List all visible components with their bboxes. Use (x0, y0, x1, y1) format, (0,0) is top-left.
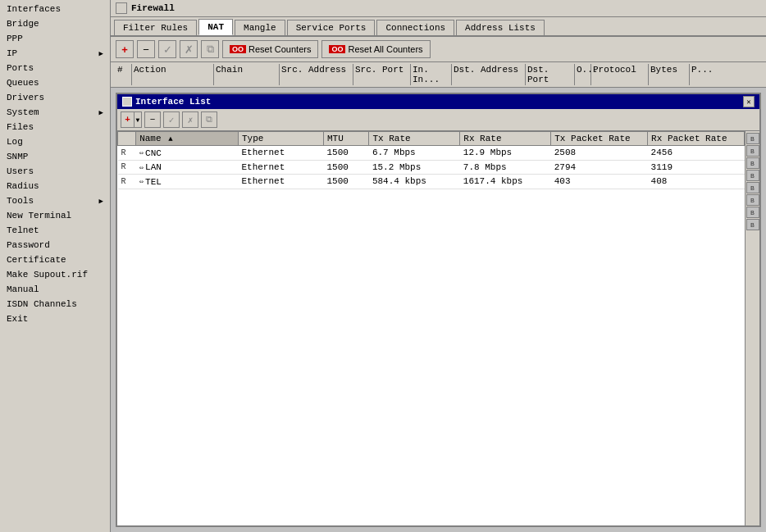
sidebar-label: IP (7, 48, 17, 58)
add-rule-button[interactable]: + (116, 40, 134, 58)
th-type[interactable]: Type (238, 132, 323, 146)
col-in-header: In. In... (411, 64, 452, 85)
col-dstaddr-header: Dst. Address (452, 64, 526, 85)
sidebar-item-ppp[interactable]: PPP (0, 31, 110, 46)
row-mtu: 1500 (323, 175, 368, 189)
sidebar-item-interfaces[interactable]: Interfaces (0, 2, 110, 16)
disable-rule-button[interactable]: ✗ (180, 40, 198, 58)
row-name: ⇔ TEL (136, 175, 239, 189)
sidebar-item-radius[interactable]: Radius (0, 179, 110, 193)
sidebar-item-certificate[interactable]: Certificate (0, 252, 110, 267)
table-row[interactable]: R ⇔ LAN Ethernet 1500 15.2 Mbps 7.8 Mbps… (118, 160, 745, 175)
row-flag: R (118, 146, 136, 161)
remove-interface-button[interactable]: − (144, 111, 161, 128)
sidebar-item-snmp[interactable]: SNMP (0, 149, 110, 164)
copy-interface-button[interactable]: ⧉ (201, 111, 217, 128)
reset-counters-label: Reset Counters (248, 44, 311, 54)
tab-service-ports[interactable]: Service Ports (287, 20, 376, 35)
row-rxrate: 7.8 Mbps (460, 160, 551, 175)
sidebar-label: Users (7, 166, 34, 176)
sidebar-label: Interfaces (7, 4, 61, 14)
table-row[interactable]: R ⇔ CNC Ethernet 1500 6.7 Mbps 12.9 Mbps… (118, 146, 745, 161)
sidebar-label: SNMP (7, 152, 28, 161)
sidebar-label: Telnet (7, 225, 39, 235)
reset-all-counters-label: Reset All Counters (348, 44, 422, 54)
tab-mangle[interactable]: Mangle (235, 20, 285, 35)
sidebar-item-exit[interactable]: Exit (0, 311, 110, 326)
interface-table-scroll: Name ▲ Type MTU Tx Rate Rx Rate Tx Packe… (117, 131, 745, 525)
right-panel-item-6[interactable]: B (746, 207, 759, 218)
col-chain-header: Chain (214, 64, 280, 85)
right-panel-item-1[interactable]: B (746, 145, 759, 157)
reset-counters-button[interactable]: OO Reset Counters (222, 40, 318, 58)
sidebar-item-new-terminal[interactable]: New Terminal (0, 208, 110, 223)
add-interface-button[interactable]: + (121, 111, 134, 128)
sidebar-item-drivers[interactable]: Drivers (0, 90, 110, 105)
sidebar-item-ip[interactable]: IP▶ (0, 46, 110, 61)
th-mtu[interactable]: MTU (323, 132, 368, 146)
right-panel-item-3[interactable]: B (746, 170, 759, 181)
iface-arrow-icon: ⇔ (139, 163, 144, 172)
tab-nat[interactable]: NAT (198, 19, 233, 35)
sidebar-label: Make Supout.rif (7, 270, 88, 280)
right-panel-item-4[interactable]: B (746, 182, 759, 193)
col-action-header: Action (132, 64, 214, 85)
table-row[interactable]: R ⇔ TEL Ethernet 1500 584.4 kbps 1617.4 … (118, 175, 745, 189)
iface-name: LAN (145, 162, 162, 172)
th-txrate[interactable]: Tx Rate (369, 132, 460, 146)
remove-rule-button[interactable]: − (137, 40, 155, 58)
sidebar-item-system[interactable]: System▶ (0, 105, 110, 120)
firewall-toolbar: + − ✓ ✗ ⧉ OO Reset Counters OO Reset All… (111, 37, 766, 62)
sidebar-item-make-supout.rif[interactable]: Make Supout.rif (0, 267, 110, 282)
iface-name: CNC (145, 148, 162, 158)
reset-all-badge: OO (329, 45, 345, 53)
interface-list-close-button[interactable]: ✕ (743, 96, 755, 107)
col-protocol-header: Protocol (591, 64, 649, 85)
tab-connections[interactable]: Connections (376, 20, 454, 35)
sidebar-label: PPP (7, 34, 23, 43)
th-name[interactable]: Name ▲ (136, 132, 239, 146)
sidebar-item-telnet[interactable]: Telnet (0, 223, 110, 238)
th-rxrate[interactable]: Rx Rate (460, 132, 551, 146)
col-srcaddr-header: Src. Address (280, 64, 353, 85)
row-mtu: 1500 (323, 146, 368, 161)
row-mtu: 1500 (323, 160, 368, 175)
copy-rule-button[interactable]: ⧉ (201, 40, 219, 58)
enable-interface-button[interactable]: ✓ (163, 111, 180, 128)
sidebar-label: System (7, 107, 39, 117)
sidebar-label: Tools (7, 196, 34, 206)
sidebar-item-users[interactable]: Users (0, 164, 110, 179)
sidebar-label: Manual (7, 284, 39, 294)
reset-badge: OO (230, 45, 246, 53)
add-interface-dropdown[interactable]: ▼ (134, 111, 142, 128)
sidebar-item-ports[interactable]: Ports (0, 61, 110, 75)
sidebar-item-log[interactable]: Log (0, 134, 110, 149)
sidebar-item-bridge[interactable]: Bridge (0, 16, 110, 31)
right-panel-item-5[interactable]: B (746, 194, 759, 206)
reset-all-counters-button[interactable]: OO Reset All Counters (321, 40, 430, 58)
sidebar-item-tools[interactable]: Tools▶ (0, 193, 110, 208)
tab-address-lists[interactable]: Address Lists (456, 20, 545, 35)
right-panel-item-2[interactable]: B (746, 157, 759, 169)
main-content: Firewall Filter RulesNATMangleService Po… (111, 0, 766, 532)
sidebar-label: Bridge (7, 19, 39, 29)
sidebar-item-manual[interactable]: Manual (0, 282, 110, 297)
sidebar-item-isdn-channels[interactable]: ISDN Channels (0, 297, 110, 311)
firewall-title-icon (116, 2, 127, 14)
right-panel-item-7[interactable]: B (746, 219, 759, 230)
th-txpktrate[interactable]: Tx Packet Rate (551, 132, 648, 146)
row-type: Ethernet (238, 146, 323, 161)
row-rxpktrate: 2456 (648, 146, 745, 161)
sidebar-label: Radius (7, 181, 39, 191)
sidebar-label: Password (7, 240, 50, 250)
sidebar-item-queues[interactable]: Queues (0, 75, 110, 90)
sidebar-item-files[interactable]: Files (0, 120, 110, 134)
sidebar-item-password[interactable]: Password (0, 238, 110, 252)
tab-filter-rules[interactable]: Filter Rules (114, 20, 197, 35)
disable-interface-button[interactable]: ✗ (182, 111, 198, 128)
col-o-header: O... (575, 64, 591, 85)
right-panel-item-0[interactable]: B (746, 133, 759, 144)
enable-rule-button[interactable]: ✓ (158, 40, 176, 58)
sidebar-label: Ports (7, 63, 34, 73)
th-rxpktrate[interactable]: Rx Packet Rate (648, 132, 745, 146)
